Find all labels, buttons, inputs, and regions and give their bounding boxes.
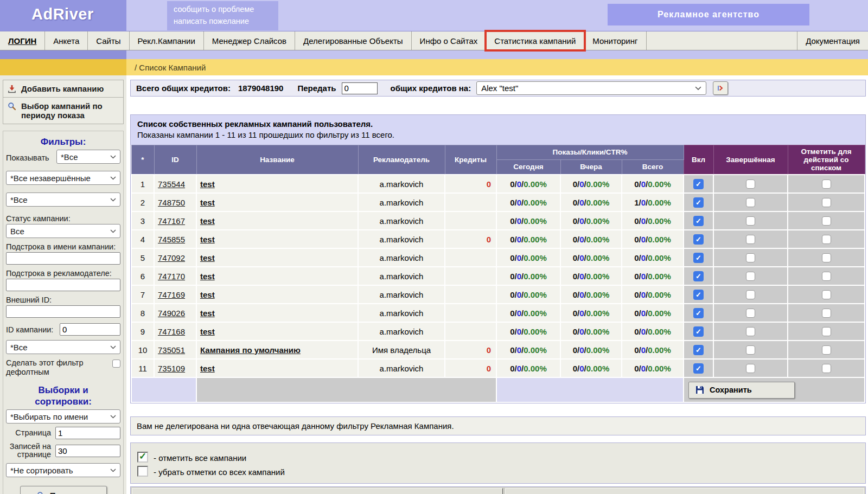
finished-checkbox[interactable] xyxy=(746,253,755,262)
enabled-checkbox[interactable] xyxy=(693,290,704,300)
campaign-name-link[interactable]: test xyxy=(200,309,215,318)
nav-site-info[interactable]: Инфо о Сайтах xyxy=(412,31,487,50)
campaign-name-link[interactable]: test xyxy=(200,272,215,281)
transfer-submit-button[interactable] xyxy=(713,81,728,95)
campaign-id-link[interactable]: 747170 xyxy=(158,272,185,281)
campaign-name-link[interactable]: Кампания по умолчанию xyxy=(200,345,301,355)
mark-checkbox[interactable] xyxy=(822,216,831,226)
campaign-id-link[interactable]: 745855 xyxy=(158,235,185,244)
add-campaign-button[interactable]: Добавить кампанию xyxy=(3,80,123,97)
campaign-id-link[interactable]: 748750 xyxy=(158,198,185,207)
type-select[interactable]: *Все xyxy=(6,340,120,354)
campaign-id-link[interactable]: 747092 xyxy=(158,253,185,262)
col-stats-group: Показы/Клики/CTR% xyxy=(496,145,684,160)
finished-checkbox[interactable] xyxy=(746,216,755,226)
nav-spacer xyxy=(647,31,797,50)
finished-checkbox[interactable] xyxy=(746,364,755,373)
page-input[interactable] xyxy=(55,427,120,439)
nav-anketa[interactable]: Анкета xyxy=(45,31,88,50)
finished-checkbox[interactable] xyxy=(746,290,755,299)
mark-checkbox[interactable] xyxy=(822,198,831,207)
view-button[interactable]: Просмотр xyxy=(20,486,107,494)
campaign-id-link[interactable]: 735109 xyxy=(158,364,185,373)
nav-campaigns[interactable]: Рекл.Кампании xyxy=(130,31,204,50)
name-substring-input[interactable] xyxy=(6,252,120,265)
select-by-period-button[interactable]: Выбор кампаний по периоду показа xyxy=(3,97,123,124)
mark-checkbox[interactable] xyxy=(822,179,831,189)
mark-checkbox[interactable] xyxy=(822,327,831,336)
recipient-select[interactable]: Alex "test" xyxy=(476,81,706,95)
col-enabled: Вкл xyxy=(684,145,713,175)
mark-checkbox[interactable] xyxy=(822,345,831,355)
campaign-id-link[interactable]: 735051 xyxy=(158,345,185,355)
campaign-id-input[interactable] xyxy=(60,323,120,336)
finished-checkbox[interactable] xyxy=(746,272,755,281)
enabled-checkbox[interactable] xyxy=(693,197,704,208)
nav-campaign-stats[interactable]: Статистика кампаний xyxy=(486,31,584,50)
enabled-cell xyxy=(684,248,713,267)
external-id-input[interactable] xyxy=(6,305,120,318)
unfinished-select[interactable]: *Все незавершённые xyxy=(6,171,120,185)
nav-documentation[interactable]: Документация xyxy=(797,31,868,50)
nav-monitoring[interactable]: Мониторинг xyxy=(584,31,646,50)
finished-checkbox[interactable] xyxy=(746,179,755,189)
all-select[interactable]: *Все xyxy=(6,193,120,207)
select-by-name-select[interactable]: *Выбирать по имени xyxy=(6,409,120,424)
finished-cell xyxy=(713,175,788,193)
stats-today-cell: 0/0/0.00% xyxy=(496,193,560,211)
advertiser-substring-input[interactable] xyxy=(6,279,120,291)
show-select[interactable]: *Все xyxy=(56,150,120,164)
nav-sites[interactable]: Сайты xyxy=(88,31,129,50)
enabled-checkbox[interactable] xyxy=(693,271,704,281)
enabled-checkbox[interactable] xyxy=(693,216,704,226)
campaign-name-link[interactable]: test xyxy=(200,216,215,226)
credits-cell xyxy=(445,322,496,341)
mark-checkbox[interactable] xyxy=(822,364,831,373)
campaign-id-link[interactable]: 747167 xyxy=(158,216,185,226)
nav-login[interactable]: ЛОГИН xyxy=(0,31,45,50)
campaign-name-link[interactable]: test xyxy=(200,327,215,336)
enabled-checkbox[interactable] xyxy=(693,345,704,355)
campaign-id-link[interactable]: 747168 xyxy=(158,327,185,336)
default-filter-checkbox[interactable] xyxy=(112,360,120,368)
mark-checkbox[interactable] xyxy=(822,290,831,299)
nav-delegated-objects[interactable]: Делегированные Объекты xyxy=(295,31,412,50)
report-problem-link[interactable]: сообщить о проблеме xyxy=(174,3,272,15)
status-select[interactable]: Все xyxy=(6,224,120,238)
enabled-checkbox[interactable] xyxy=(693,253,704,263)
campaign-name-link[interactable]: test xyxy=(200,290,215,299)
finished-checkbox[interactable] xyxy=(746,309,755,318)
nav-slice-manager[interactable]: Менеджер Слайсов xyxy=(204,31,295,50)
transfer-amount-input[interactable] xyxy=(342,82,378,94)
uncheck-all-checkbox[interactable] xyxy=(137,466,148,477)
finished-checkbox[interactable] xyxy=(746,327,755,336)
finished-checkbox[interactable] xyxy=(746,345,755,355)
finished-checkbox[interactable] xyxy=(746,235,755,244)
campaign-name-link[interactable]: test xyxy=(200,253,215,262)
enabled-checkbox[interactable] xyxy=(693,234,704,245)
finished-cell xyxy=(713,341,788,359)
enabled-checkbox[interactable] xyxy=(693,179,704,189)
per-page-input[interactable] xyxy=(55,445,120,457)
save-button[interactable]: Сохранить xyxy=(688,382,795,399)
campaign-name-link[interactable]: test xyxy=(200,235,215,244)
check-all-checkbox[interactable] xyxy=(137,452,148,463)
mark-checkbox[interactable] xyxy=(822,309,831,318)
campaign-name-link[interactable]: test xyxy=(200,364,215,373)
finished-checkbox[interactable] xyxy=(746,198,755,207)
campaign-name-link[interactable]: test xyxy=(200,198,215,207)
advertiser-cell: a.markovich xyxy=(358,175,445,193)
mark-checkbox[interactable] xyxy=(822,272,831,281)
campaign-name-link[interactable]: test xyxy=(200,179,215,189)
sort-select[interactable]: *Не сортировать xyxy=(6,463,120,477)
campaign-id-link[interactable]: 747169 xyxy=(158,290,185,299)
campaign-id-link[interactable]: 735544 xyxy=(158,179,185,189)
campaign-id-link[interactable]: 749026 xyxy=(158,309,185,318)
mark-checkbox[interactable] xyxy=(822,235,831,244)
mark-checkbox[interactable] xyxy=(822,253,831,262)
enabled-checkbox[interactable] xyxy=(693,308,704,318)
stats-today-cell: 0/0/0.00% xyxy=(496,322,560,341)
enabled-checkbox[interactable] xyxy=(693,326,704,337)
write-wish-link[interactable]: написать пожелание xyxy=(174,15,272,27)
enabled-checkbox[interactable] xyxy=(693,363,704,374)
